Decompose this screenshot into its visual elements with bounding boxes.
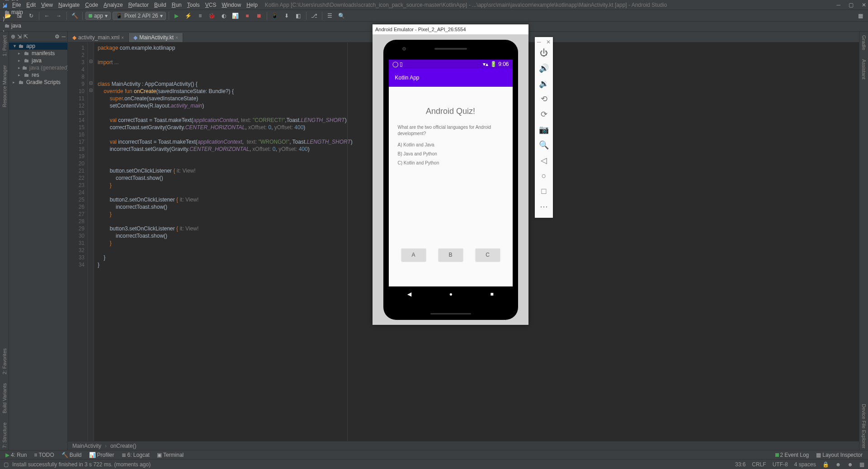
layout-inspector-button[interactable]: ▦ Layout Inspector bbox=[813, 451, 865, 459]
breadcrumb-method[interactable]: onCreate() bbox=[110, 443, 136, 449]
back-icon[interactable]: ◁ bbox=[535, 153, 553, 168]
tab-mainactivity-kt[interactable]: ◆MainActivity.kt× bbox=[129, 33, 183, 42]
menu-build[interactable]: Build bbox=[151, 1, 169, 9]
indent[interactable]: 4 spaces bbox=[794, 461, 816, 468]
apply-changes-icon[interactable]: ⚡ bbox=[184, 11, 193, 21]
quiz-button-b[interactable]: B bbox=[439, 249, 463, 261]
breadcrumb-java[interactable]: 🖿 java bbox=[3, 22, 42, 29]
forward-icon[interactable]: → bbox=[54, 11, 64, 21]
rotate-left-icon[interactable]: ⟲ bbox=[535, 91, 553, 107]
quiz-button-a[interactable]: A bbox=[401, 249, 426, 261]
menu-analyze[interactable]: Analyze bbox=[101, 1, 126, 9]
collapse-all-icon[interactable]: ⇱ bbox=[24, 33, 28, 40]
zoom-icon[interactable]: 🔍 bbox=[535, 137, 553, 153]
nav-recents-icon[interactable]: ■ bbox=[491, 291, 494, 297]
breadcrumb-class[interactable]: MainActivity bbox=[72, 443, 101, 449]
more-icon[interactable]: ⋯ bbox=[535, 199, 553, 214]
menu-run[interactable]: Run bbox=[169, 1, 184, 9]
assistant-tool-button[interactable]: Assistant bbox=[861, 57, 867, 81]
volume-up-icon[interactable]: 🔊 bbox=[535, 61, 553, 76]
make-project-icon[interactable]: 🔨 bbox=[70, 11, 80, 21]
tree-app[interactable]: ▼🖿app bbox=[9, 42, 67, 50]
divider bbox=[169, 12, 169, 20]
device-combo[interactable]: 📱Pixel 2 API 26▾ bbox=[113, 12, 166, 20]
build-tool-button[interactable]: 🔨 Build bbox=[59, 451, 85, 459]
structure-tool-button[interactable]: 7: Structure bbox=[2, 421, 7, 450]
coverage-icon[interactable]: ◐ bbox=[219, 11, 229, 21]
tree-gradle-scripts[interactable]: ▸🖿Gradle Scripts bbox=[9, 79, 67, 86]
maximize-icon[interactable]: ▢ bbox=[849, 2, 854, 8]
menu-vcs[interactable]: VCS bbox=[203, 1, 219, 9]
face-2-icon[interactable]: ☻ bbox=[847, 461, 853, 468]
breadcrumb-src[interactable]: 🖿 src bbox=[3, 0, 42, 2]
settings-icon[interactable]: ⚙ bbox=[55, 33, 60, 40]
nav-back-icon[interactable]: ◀ bbox=[407, 291, 411, 297]
git-icon[interactable]: ⎇ bbox=[309, 11, 319, 21]
home-icon[interactable]: ○ bbox=[535, 168, 553, 183]
quiz-button-c[interactable]: C bbox=[476, 249, 500, 261]
tree-res[interactable]: ▸🖿res bbox=[9, 71, 67, 79]
event-log-button[interactable]: 2 Event Log bbox=[773, 451, 812, 459]
rotate-right-icon[interactable]: ⟳ bbox=[535, 107, 553, 122]
select-opened-file-icon[interactable]: ⊕ bbox=[11, 33, 15, 40]
tree-java-generated-[interactable]: ▸🖿java (generated) bbox=[9, 64, 67, 71]
lock-icon[interactable]: 🔒 bbox=[822, 461, 829, 468]
cursor-position[interactable]: 33:6 bbox=[735, 461, 745, 468]
logcat-tool-button[interactable]: ≣ 6: Logcat bbox=[119, 451, 152, 459]
menu-window[interactable]: Window bbox=[219, 1, 244, 9]
menu-help[interactable]: Help bbox=[244, 1, 260, 9]
stop-icon[interactable]: ■ bbox=[242, 11, 252, 21]
camera-icon[interactable]: 📷 bbox=[535, 122, 553, 137]
tab-activity_main-xml[interactable]: ◆activity_main.xml× bbox=[68, 33, 129, 42]
profiler-tool-button[interactable]: 📊 Profiler bbox=[86, 451, 117, 459]
run-config-combo[interactable]: app▾ bbox=[85, 12, 111, 20]
debug-icon[interactable]: 🐞 bbox=[207, 11, 217, 21]
project-tool-button[interactable]: 1: Project bbox=[2, 33, 7, 58]
menu-tools[interactable]: Tools bbox=[184, 1, 203, 9]
nav-home-icon[interactable]: ● bbox=[449, 291, 453, 297]
emulator-close-icon[interactable]: ✕ bbox=[546, 39, 551, 45]
memory-indicator-icon[interactable]: ▦ bbox=[859, 461, 864, 468]
overview-icon[interactable]: □ bbox=[535, 183, 553, 199]
gradle-tool-button[interactable]: Gradle bbox=[861, 33, 867, 52]
face-1-icon[interactable]: ☻ bbox=[835, 461, 841, 468]
terminal-tool-button[interactable]: ▣ Terminal bbox=[154, 451, 186, 459]
quiz-buttons: A B C bbox=[389, 249, 513, 261]
attach-debugger-icon[interactable]: ⏹ bbox=[254, 11, 264, 21]
close-icon[interactable]: ✕ bbox=[862, 2, 866, 8]
device-file-explorer-tool-button[interactable]: Device File Explorer bbox=[861, 402, 867, 450]
build-variants-tool-button[interactable]: Build Variants bbox=[2, 381, 7, 415]
search-icon[interactable]: 🔍 bbox=[337, 11, 347, 21]
volume-down-icon[interactable]: 🔉 bbox=[535, 76, 553, 91]
encoding[interactable]: UTF-8 bbox=[773, 461, 788, 468]
resource-manager-icon[interactable]: ◧ bbox=[293, 11, 303, 21]
favorites-tool-button[interactable]: 2: Favorites bbox=[2, 347, 7, 376]
power-icon[interactable]: ⏻ bbox=[535, 45, 553, 61]
hide-icon[interactable]: ─ bbox=[61, 33, 66, 40]
apply-code-icon[interactable]: ≡ bbox=[195, 11, 205, 21]
todo-tool-button[interactable]: ≡ TODO bbox=[31, 451, 57, 459]
menu-navigate[interactable]: Navigate bbox=[56, 1, 82, 9]
minimize-icon[interactable]: ─ bbox=[836, 2, 840, 8]
structure-icon[interactable]: ☰ bbox=[325, 11, 335, 21]
resource-manager-tool-button[interactable]: Resource Manager bbox=[2, 63, 7, 109]
run-icon[interactable]: ▶ bbox=[172, 11, 182, 21]
divider bbox=[322, 12, 322, 20]
sdk-manager-icon[interactable]: ⬇ bbox=[282, 11, 292, 21]
menu-code[interactable]: Code bbox=[82, 1, 101, 9]
line-separator[interactable]: CRLF bbox=[752, 461, 766, 468]
phone-screen[interactable]: ◯ ▯ ▾▴ 🔋 9:06 Kotlin App Android Quiz! W… bbox=[389, 60, 513, 302]
breadcrumb-main[interactable]: 🖿 main bbox=[3, 9, 42, 16]
tree-manifests[interactable]: ▸🖿manifests bbox=[9, 50, 67, 57]
run-tool-button[interactable]: ▶4: Run bbox=[3, 451, 29, 459]
profile-icon[interactable]: 📊 bbox=[231, 11, 241, 21]
status-toggle-icon[interactable]: ▢ bbox=[4, 461, 9, 468]
back-icon[interactable]: ← bbox=[42, 11, 52, 21]
collapse-icon[interactable]: ▦ bbox=[855, 11, 865, 21]
menu-refactor[interactable]: Refactor bbox=[126, 1, 151, 9]
avd-manager-icon[interactable]: 📱 bbox=[270, 11, 280, 21]
tree-java[interactable]: ▸🖿java bbox=[9, 57, 67, 64]
expand-all-icon[interactable]: ⇲ bbox=[17, 33, 22, 40]
emulator-minimize-icon[interactable]: ─ bbox=[537, 39, 541, 45]
project-panel-header: ⊕ ⇲ ⇱ ⚙ ─ bbox=[9, 32, 67, 42]
